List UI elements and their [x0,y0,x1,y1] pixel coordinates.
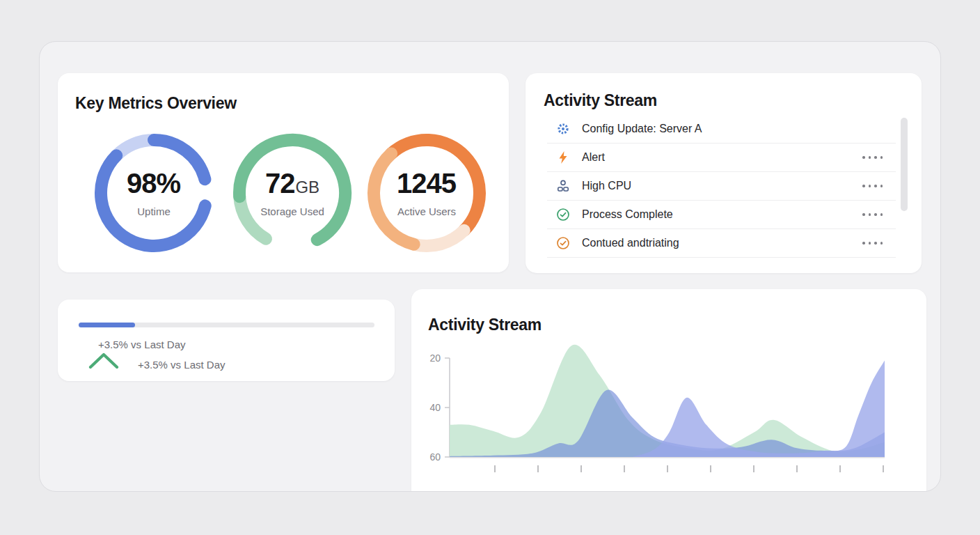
dots-menu-button[interactable] [861,152,884,162]
list-item-label: Process Complete [582,208,861,221]
delta-text-2: +3.5% vs Last Day [138,359,225,371]
list-item-alert[interactable]: Alert [547,144,896,172]
activity-stream-list-card: Activity Stream Config Update: Server A [525,73,922,273]
dots-menu-button[interactable] [861,209,884,219]
dots-menu-button[interactable] [861,180,884,191]
list-item-process-complete[interactable]: Process Complete [547,201,896,229]
check-circle-green-icon [556,208,570,222]
list-item-config-update[interactable]: Config Update: Server A [547,115,896,144]
list-item-label: Alert [582,151,861,164]
activity-stream-chart-card: Activity Stream 204060 [411,289,926,492]
uptime-gauge: 98% Uptime [88,127,220,259]
activity-stream-title: Activity Stream [544,91,657,110]
storage-value: 72 [265,169,295,197]
key-metrics-card: Key Metrics Overview 98% Uptime 72 GB St… [58,73,509,272]
storage-gauge: 72 GB Storage Used [226,127,358,259]
list-scrollbar[interactable] [901,118,908,211]
uptime-label: Uptime [137,206,171,217]
y-tick-label: 40 [429,402,441,413]
active-users-label: Active Users [397,206,456,217]
dashboard-panel: Key Metrics Overview 98% Uptime 72 GB St… [39,41,941,492]
list-item-label: High CPU [582,180,861,192]
uptime-value: 98% [127,169,180,197]
active-users-value: 1245 [397,169,456,197]
storage-label: Storage Used [260,206,324,217]
progress-bar [79,323,374,327]
y-tick-label: 60 [429,451,441,463]
delta-text: +3.5% vs Last Day [98,339,185,350]
list-item-label: Config Update: Server A [582,123,896,135]
gear-icon [556,122,570,136]
active-users-gauge: 1245 Active Users [361,127,493,259]
check-circle-orange-icon [556,236,570,250]
progress-bar-fill [79,323,135,327]
users-icon [556,179,570,193]
key-metrics-title: Key Metrics Overview [75,94,237,113]
dots-menu-button[interactable] [861,238,884,248]
list-item-label: Contued andtriating [582,237,861,249]
y-tick-label: 20 [429,352,441,364]
activity-list: Config Update: Server A Alert [547,115,896,258]
list-item-high-cpu[interactable]: High CPU [547,172,896,201]
trend-card: +3.5% vs Last Day +3.5% vs Last Day [58,300,395,381]
trend-up-chevron-icon [87,350,120,373]
area-chart: 204060 [411,289,926,492]
lightning-icon [556,150,570,164]
storage-unit: GB [295,179,319,196]
list-item-contued[interactable]: Contued andtriating [547,229,896,258]
